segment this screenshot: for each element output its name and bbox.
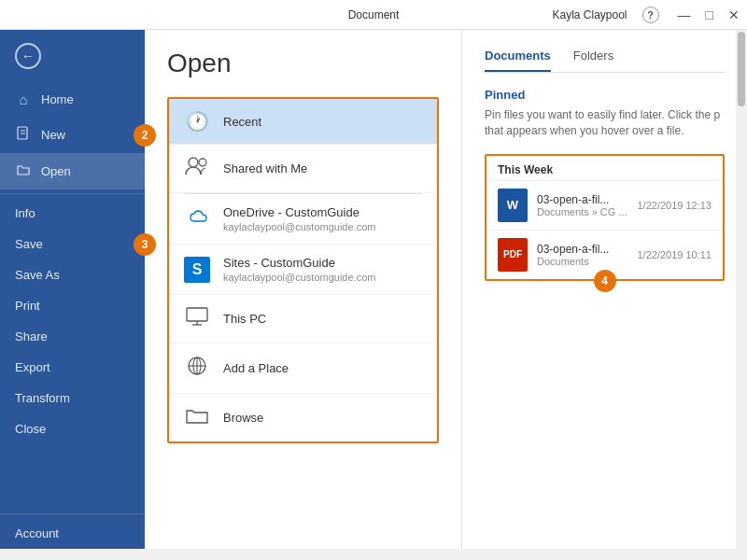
pinned-section: Pinned Pin files you want to easily find…	[485, 88, 725, 139]
sidebar-item-account[interactable]: Account	[0, 518, 145, 549]
username: Kayla Claypool	[552, 8, 627, 21]
location-recent[interactable]: 🕐 Recent	[169, 99, 437, 145]
sidebar-item-close[interactable]: Close	[0, 413, 145, 444]
this-week-section: This Week W 03-open-a-fil... Documents »…	[485, 154, 725, 281]
sidebar-item-info[interactable]: Info	[0, 198, 145, 229]
tabs-row: Documents Folders	[485, 49, 725, 73]
window-title: Document	[348, 8, 400, 21]
open-icon	[15, 162, 32, 180]
close-button[interactable]: ✕	[728, 7, 740, 22]
location-onedrive[interactable]: OneDrive - CustomGuide kaylaclaypool@cus…	[169, 194, 437, 245]
svg-point-4	[199, 159, 206, 166]
sidebar-item-save[interactable]: Save	[0, 229, 145, 259]
main-container: ← ⌂ Home New 2	[0, 30, 747, 549]
bottom-scrollbar[interactable]	[0, 549, 747, 560]
step-badge-3: 3	[134, 233, 156, 256]
browse-icon	[184, 405, 210, 430]
open-panel: Open 🕐 Recent	[145, 30, 462, 549]
location-shared-label: Shared with Me	[223, 161, 307, 175]
step-badge-4: 4	[594, 270, 616, 292]
file-path-1: Documents » CG ...	[537, 206, 627, 217]
file-name-1: 03-open-a-fil...	[537, 193, 627, 206]
sidebar-item-save-as[interactable]: Save As	[0, 259, 145, 290]
tab-documents[interactable]: Documents	[485, 49, 551, 72]
this-week-header: This Week	[486, 156, 723, 180]
location-shared[interactable]: Shared with Me	[169, 145, 437, 193]
location-addplace-label: Add a Place	[223, 361, 289, 375]
back-icon: ←	[15, 43, 41, 69]
sidebar: ← ⌂ Home New 2	[0, 30, 145, 549]
file-item-1[interactable]: W 03-open-a-fil... Documents » CG ... 1/…	[486, 180, 723, 230]
back-button[interactable]: ←	[0, 30, 145, 82]
right-panel: Documents Folders Pinned Pin files you w…	[462, 30, 747, 549]
title-bar: Document Kayla Claypool ? — □ ✕	[0, 0, 747, 30]
location-onedrive-label: OneDrive - CustomGuide	[223, 205, 375, 219]
svg-point-3	[189, 158, 198, 167]
open-title: Open	[167, 49, 439, 78]
recent-icon: 🕐	[184, 110, 210, 133]
file-date-1: 1/22/2019 12:13	[637, 200, 712, 211]
location-addplace[interactable]: Add a Place	[169, 343, 437, 394]
sidebar-item-transform[interactable]: Transform	[0, 383, 145, 413]
file-name-2: 03-open-a-fil...	[537, 243, 627, 256]
content-area: Open 🕐 Recent	[145, 30, 747, 549]
sidebar-item-home[interactable]: ⌂ Home	[0, 82, 145, 117]
sidebar-item-save-container: Save 3	[0, 229, 145, 259]
location-onedrive-sub: kaylaclaypool@customguide.com	[223, 221, 375, 232]
shared-icon	[184, 156, 210, 181]
sidebar-item-new-container: New 2	[0, 117, 145, 153]
location-sites-sub: kaylaclaypool@customguide.com	[223, 272, 375, 283]
pinned-desc: Pin files you want to easily find later.…	[485, 107, 725, 139]
minimize-button[interactable]: —	[678, 7, 691, 22]
file-path-2: Documents	[537, 256, 627, 267]
location-browse-label: Browse	[223, 411, 263, 425]
sidebar-item-new[interactable]: New	[0, 117, 145, 153]
scroll-thumb	[738, 32, 745, 106]
sidebar-item-export[interactable]: Export	[0, 352, 145, 383]
tab-folders[interactable]: Folders	[573, 49, 613, 72]
sidebar-item-share[interactable]: Share	[0, 321, 145, 352]
sidebar-divider-2	[0, 513, 145, 514]
location-browse[interactable]: Browse	[169, 394, 437, 441]
sidebar-item-open-container: Open	[0, 153, 145, 189]
addplace-icon	[184, 355, 210, 382]
location-sites[interactable]: S Sites - CustomGuide kaylaclaypool@cust…	[169, 245, 437, 295]
file-date-2: 1/22/2019 10:11	[637, 249, 712, 260]
location-thispc-label: This PC	[223, 312, 266, 326]
location-thispc[interactable]: This PC	[169, 295, 437, 343]
sidebar-item-open[interactable]: Open	[0, 153, 145, 189]
location-list: 🕐 Recent	[167, 97, 439, 443]
new-icon	[15, 126, 32, 144]
pinned-title: Pinned	[485, 88, 725, 102]
onedrive-icon	[184, 207, 210, 231]
location-sites-label: Sites - CustomGuide	[223, 256, 375, 270]
home-icon: ⌂	[15, 91, 32, 107]
this-week-container: This Week W 03-open-a-fil... Documents »…	[485, 154, 725, 281]
word-icon: W	[498, 189, 528, 222]
sites-icon: S	[184, 257, 210, 283]
thispc-icon	[184, 306, 210, 331]
pdf-icon: PDF	[498, 238, 528, 272]
scrollbar[interactable]	[736, 30, 747, 549]
sidebar-spacer	[0, 444, 145, 510]
sidebar-item-print[interactable]: Print	[0, 290, 145, 321]
svg-rect-5	[187, 308, 207, 321]
help-button[interactable]: ?	[642, 7, 659, 23]
step-badge-2: 2	[134, 124, 156, 147]
maximize-button[interactable]: □	[706, 7, 713, 22]
location-recent-label: Recent	[223, 115, 261, 129]
sidebar-divider-1	[0, 193, 145, 194]
